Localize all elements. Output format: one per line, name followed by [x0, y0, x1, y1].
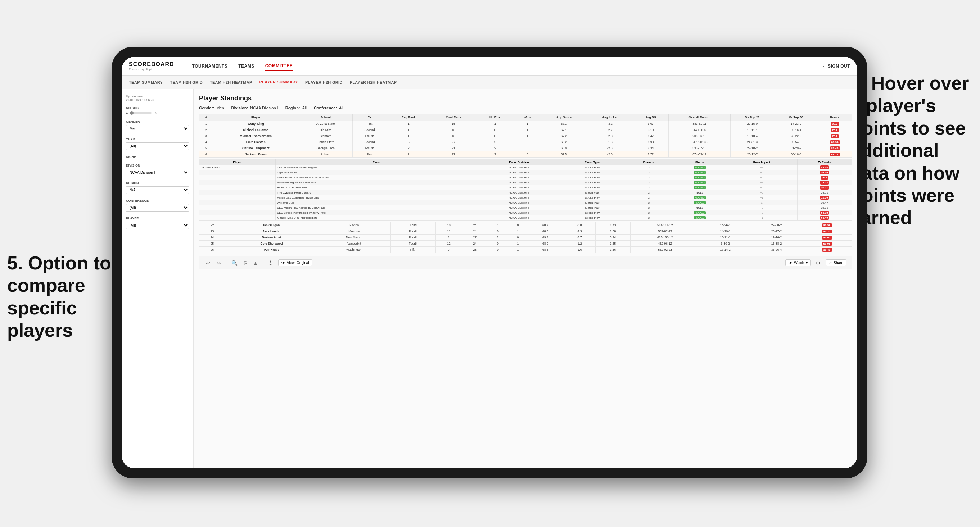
- nav-right: › Sign out: [823, 62, 850, 70]
- undo-button[interactable]: ↩: [204, 259, 212, 267]
- col-conf-rank: Conf Rank: [430, 114, 477, 121]
- view-icon: 👁: [282, 261, 285, 265]
- page-title: Player Standings: [199, 95, 852, 102]
- col-reg-rank: Reg Rank: [387, 114, 430, 121]
- share-button[interactable]: ↗ Share: [826, 259, 846, 266]
- tab-team-summary[interactable]: TEAM SUMMARY: [129, 79, 163, 86]
- lower-standings-table: 22 Ian Gilligan Florida Third 10 24 1 0 …: [199, 222, 852, 253]
- col-vs-top25: Vs Top 25: [730, 114, 774, 121]
- event-row: Mirabel Maui Jim Intercollegiate NCAA Di…: [199, 216, 852, 221]
- col-num: #: [199, 114, 213, 121]
- col-player: Player: [213, 114, 299, 121]
- toolbar-sep-1: [226, 260, 226, 266]
- sidebar-section-region: Region N/A: [126, 181, 189, 194]
- sidebar-section-player: Player (All): [126, 217, 189, 229]
- view-original-button[interactable]: 👁 View: Original: [278, 259, 312, 266]
- tab-player-h2h-grid[interactable]: PLAYER H2H GRID: [305, 79, 343, 86]
- settings-button[interactable]: ⚙: [815, 259, 822, 267]
- table-row: 25 Cole Sherwood Vanderbilt Fourth 12 24…: [199, 241, 852, 247]
- nav-teams[interactable]: TEAMS: [238, 62, 255, 70]
- tablet-frame: SCOREBOARD Powered by clippi TOURNAMENTS…: [111, 47, 867, 478]
- points-badge-highlighted[interactable]: 68.18: [830, 152, 840, 157]
- conference-label: Conference: [126, 199, 189, 203]
- slider-thumb[interactable]: [130, 111, 134, 115]
- tab-team-h2h-heatmap[interactable]: TEAM H2H HEATMAP: [210, 79, 252, 86]
- region-label: Region: [126, 181, 189, 185]
- copy-button[interactable]: ⎘: [243, 259, 248, 267]
- breadcrumb-separator: ›: [823, 64, 824, 68]
- col-ev-type: Event Type: [560, 159, 624, 165]
- tab-team-h2h-grid[interactable]: TEAM H2H GRID: [170, 79, 203, 86]
- col-ev-division: Event Division: [477, 159, 560, 165]
- col-ev-event: Event: [275, 159, 477, 165]
- points-badge[interactable]: 76.2: [830, 128, 839, 132]
- col-adj-score: Adj. Score: [541, 114, 587, 121]
- gender-select[interactable]: Men Women: [126, 125, 189, 132]
- nav-tournaments[interactable]: TOURNAMENTS: [192, 62, 228, 70]
- tab-player-summary[interactable]: PLAYER SUMMARY: [259, 78, 298, 86]
- logo-area: SCOREBOARD Powered by clippi: [129, 61, 174, 71]
- tab-player-h2h-heatmap[interactable]: PLAYER H2H HEATMAP: [350, 79, 397, 86]
- bottom-toolbar: ↩ ↪ 🔍 ⎘ ⊞ ⏱ 👁 View: Original 👁 Watch: [199, 256, 852, 270]
- table-row: 1 Wenyi Ding Arizona State First 1 15 1 …: [199, 121, 852, 127]
- logo-sub: Powered by clippi: [129, 68, 174, 71]
- col-ev-rounds: Rounds: [624, 159, 673, 165]
- niche-label: Niche: [126, 155, 189, 159]
- points-badge[interactable]: 88.2: [830, 122, 839, 126]
- col-record: Overall Record: [669, 114, 730, 121]
- filter-conference: Conference: All: [314, 106, 343, 110]
- sign-out-button[interactable]: Sign out: [828, 62, 850, 70]
- table-row: 5 Christo Lamprecht Georgia Tech Fourth …: [199, 145, 852, 151]
- watch-button[interactable]: 👁 Watch ▾: [785, 259, 811, 266]
- division-label: Division: [126, 163, 189, 167]
- points-badge[interactable]: 70.2: [830, 134, 839, 138]
- col-vs-top50: Vs Top 50: [774, 114, 818, 121]
- tablet-screen: SCOREBOARD Powered by clippi TOURNAMENTS…: [122, 57, 857, 468]
- col-ev-status: Status: [673, 159, 726, 165]
- share-label: Share: [834, 261, 843, 265]
- event-detail-table: Player Event Event Division Event Type R…: [199, 159, 852, 221]
- table-row: 3 Michael Thorbjornsen Stanford Fourth 1…: [199, 133, 852, 139]
- no-rds-row: 4 52: [126, 111, 189, 115]
- event-row: Amer An Intercollegiate NCAA Division I …: [199, 185, 852, 190]
- sidebar: Update time: 27/01/2024 16:56:26 No Rds.…: [122, 89, 194, 468]
- view-original-label: View: Original: [287, 261, 309, 265]
- table-row: 26 Petr Hruby Washington Fifth 7 23 0 1 …: [199, 247, 852, 253]
- conference-select[interactable]: (All): [126, 204, 189, 211]
- redo-button[interactable]: ↪: [215, 259, 223, 267]
- event-row: Williams Cup NCAA Division I Match Play …: [199, 200, 852, 205]
- points-badge[interactable]: 88.34: [830, 140, 840, 144]
- update-time: Update time: 27/01/2024 16:56:26: [126, 95, 189, 102]
- points-badge[interactable]: 80.49: [830, 146, 840, 150]
- sidebar-section-year: Year (All): [126, 137, 189, 150]
- division-select[interactable]: NCAA Division I: [126, 169, 189, 176]
- region-select[interactable]: N/A: [126, 186, 189, 194]
- table-header-row: # Player School Yr Reg Rank Conf Rank No…: [199, 114, 852, 121]
- event-row: SEC Stroke Play hosted by Jerry Pate NCA…: [199, 210, 852, 216]
- col-avg-sg: Avg SG: [633, 114, 668, 121]
- sidebar-section-no-rds: No Rds. 4 52: [126, 106, 189, 115]
- col-to-par: Avg to Par: [587, 114, 633, 121]
- table-area: Player Standings Gender: Men Division: N…: [194, 89, 857, 468]
- col-no-rds: No Rds.: [477, 114, 514, 121]
- annotation-right: 4. Hover over a player's points to see a…: [850, 72, 973, 229]
- event-row: Wake Forest Invitational at Pinehurst No…: [199, 175, 852, 180]
- event-detail-section: Player Event Event Division Event Type R…: [199, 159, 852, 221]
- sidebar-section-division: Division NCAA Division I: [126, 163, 189, 176]
- no-rds-slider[interactable]: [130, 112, 151, 114]
- player-label: Player: [126, 217, 189, 220]
- annotation-left: 5. Option to compare specific players: [7, 252, 123, 342]
- table-row: 4 Luke Clanton Florida State Second 5 27…: [199, 139, 852, 145]
- event-row: The Cypress Point Classic NCAA Division …: [199, 190, 852, 195]
- player-select[interactable]: (All): [126, 222, 189, 229]
- nav-committee[interactable]: COMMITTEE: [265, 62, 293, 70]
- logo-text: SCOREBOARD: [129, 61, 174, 68]
- sub-nav: TEAM SUMMARY TEAM H2H GRID TEAM H2H HEAT…: [122, 76, 857, 89]
- zoom-button[interactable]: 🔍: [230, 259, 239, 267]
- share-icon: ↗: [829, 261, 832, 265]
- table-row-highlighted: 6 Jackson Koivu Auburn First 2 27 2 0 67…: [199, 151, 852, 157]
- event-row: Tiger Invitational NCAA Division I Strok…: [199, 170, 852, 175]
- year-select[interactable]: (All): [126, 143, 189, 150]
- clock-button[interactable]: ⏱: [267, 259, 275, 267]
- grid-button[interactable]: ⊞: [252, 259, 259, 267]
